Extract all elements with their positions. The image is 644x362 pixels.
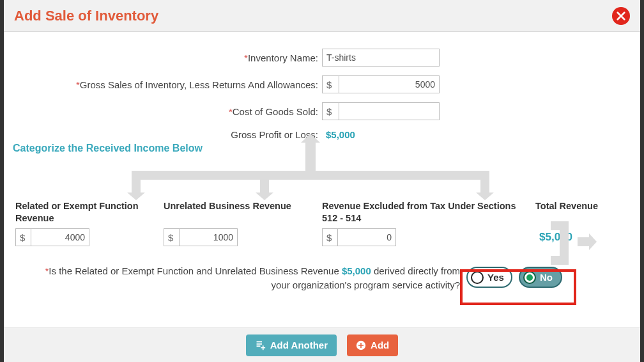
question-row: *Is the Related or Exempt Function and U…: [6, 264, 638, 292]
toggle-no-label: No: [540, 272, 553, 283]
row-gross-sales: *Gross Sales of Inventory, Less Returns …: [6, 75, 447, 93]
add-another-label: Add Another: [270, 340, 328, 350]
bracket-shape: [558, 221, 569, 265]
toggle-group: Yes No: [466, 264, 562, 288]
categorize-heading: Categorize the Received Income Below: [6, 143, 638, 154]
branch-arrows: [6, 154, 638, 199]
currency-symbol: $: [15, 228, 31, 246]
row-inventory-name: *Inventory Name:: [6, 49, 447, 67]
modal-body: *Inventory Name: *Gross Sales of Invento…: [4, 32, 640, 327]
col-related: Related or Exempt Function Revenue $: [9, 200, 157, 246]
row-cogs: *Cost of Goods Sold: $: [6, 102, 447, 120]
question-text: *Is the Related or Exempt Function and U…: [26, 264, 460, 292]
currency-symbol: $: [322, 102, 339, 120]
modal-add-sale: Add Sale of Inventory *Inventory Name: *…: [4, 0, 640, 362]
excluded-input[interactable]: [337, 228, 396, 246]
plus-circle-icon: [356, 340, 366, 350]
gross-profit-label: Gross Profit or Loss:: [6, 129, 322, 140]
related-input[interactable]: [31, 228, 89, 246]
gross-profit-value: $5,000: [322, 129, 355, 140]
currency-symbol: $: [322, 75, 339, 93]
revenue-columns: Related or Exempt Function Revenue $ Unr…: [6, 200, 638, 246]
toggle-no[interactable]: No: [519, 267, 562, 288]
question-amount: $5,000: [342, 265, 371, 276]
cogs-input[interactable]: [339, 102, 440, 120]
modal-title: Add Sale of Inventory: [14, 8, 158, 24]
col-excluded-heading: Revenue Excluded from Tax Under Sections…: [322, 200, 529, 226]
unrelated-input[interactable]: [179, 228, 238, 246]
close-button[interactable]: [612, 7, 630, 25]
gross-sales-label: *Gross Sales of Inventory, Less Returns …: [6, 79, 322, 90]
currency-symbol: $: [164, 228, 179, 246]
add-button[interactable]: Add: [347, 334, 398, 356]
add-another-button[interactable]: Add Another: [246, 334, 337, 356]
col-excluded: Revenue Excluded from Tax Under Sections…: [322, 200, 529, 246]
inventory-name-label: *Inventory Name:: [6, 52, 322, 63]
modal-footer: Add Another Add: [4, 327, 640, 362]
currency-symbol: $: [322, 228, 337, 246]
radio-checked-icon: [523, 271, 536, 284]
col-related-heading: Related or Exempt Function Revenue: [15, 200, 157, 226]
row-gross-profit: Gross Profit or Loss: $5,000: [6, 129, 447, 140]
toggle-yes-label: Yes: [487, 272, 504, 283]
col-unrelated: Unrelated Business Revenue $: [164, 200, 316, 246]
close-icon: [617, 12, 625, 20]
add-label: Add: [371, 340, 389, 350]
bracket-arrow-icon: [578, 237, 589, 246]
form-rows: *Inventory Name: *Gross Sales of Invento…: [6, 49, 447, 140]
col-total-heading: Total Revenue: [535, 200, 632, 226]
col-unrelated-heading: Unrelated Business Revenue: [164, 200, 316, 226]
toggle-yes[interactable]: Yes: [466, 267, 512, 288]
cogs-label: *Cost of Goods Sold:: [6, 106, 322, 117]
modal-header: Add Sale of Inventory: [4, 0, 640, 32]
inventory-name-input[interactable]: [322, 49, 440, 67]
list-add-icon: [255, 340, 266, 350]
gross-sales-input[interactable]: [339, 75, 440, 93]
radio-unchecked-icon: [471, 271, 484, 284]
